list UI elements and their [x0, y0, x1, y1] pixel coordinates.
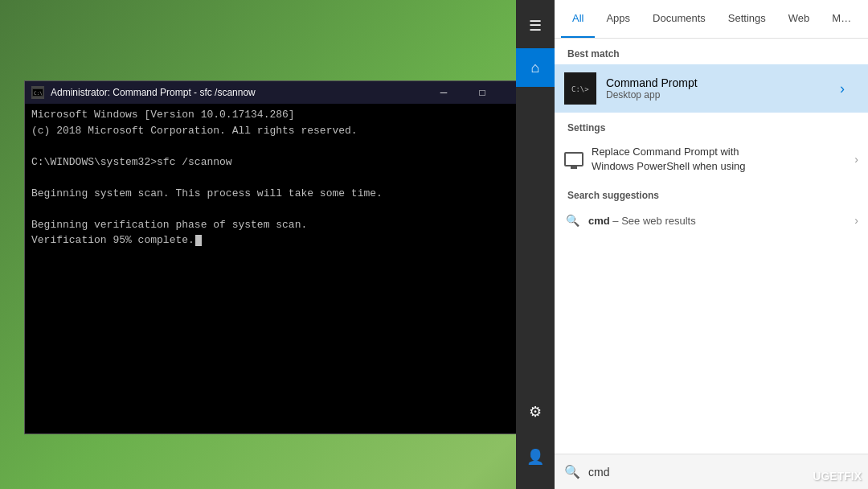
cmd-window: C:\ Administrator: Command Prompt - sfc …: [24, 80, 547, 434]
suggestion-search-icon: 🔍: [564, 212, 580, 228]
best-match-item[interactable]: C:\> Command Prompt Desktop app ›: [555, 64, 868, 113]
cmd-title-text: Administrator: Command Prompt - sfc /sca…: [51, 87, 419, 98]
suggestion-text: cmd – See web results: [588, 215, 846, 227]
cmd-line-2: (c) 2018 Microsoft Corporation. All righ…: [31, 123, 539, 139]
svg-text:C:\: C:\: [34, 90, 43, 96]
tab-more[interactable]: M…: [821, 0, 862, 38]
best-match-title: Command Prompt: [606, 76, 817, 89]
home-icon: ⌂: [531, 60, 540, 76]
svg-text:C:\>: C:\>: [571, 85, 589, 93]
cmd-window-icon: C:\: [31, 86, 44, 99]
best-match-arrow-button[interactable]: ›: [826, 72, 858, 105]
settings-sidebar-button[interactable]: ⚙: [516, 392, 555, 431]
best-match-subtitle: Desktop app: [606, 89, 817, 101]
best-match-label: Best match: [555, 39, 868, 64]
monitor-icon: [564, 152, 583, 166]
gear-icon: ⚙: [529, 403, 542, 421]
tab-all[interactable]: All: [561, 0, 595, 38]
cmd-content: Microsoft Windows [Version 10.0.17134.28…: [25, 104, 546, 252]
settings-item[interactable]: Replace Command Prompt with Windows Powe…: [555, 138, 868, 180]
start-panel: All Apps Documents Settings Web M… Best …: [555, 0, 868, 489]
cmd-minimize-button[interactable]: ─: [425, 81, 462, 104]
hamburger-icon: ☰: [529, 17, 542, 35]
search-suggestions-label: Search suggestions: [555, 180, 868, 206]
sidebar-top: ☰ ⌂: [516, 6, 555, 87]
tab-settings[interactable]: Settings: [717, 0, 777, 38]
suggestion-rest: – See web results: [610, 215, 696, 227]
cmd-line-6: Beginning system scan. This process will…: [31, 186, 539, 202]
best-match-text: Command Prompt Desktop app: [606, 76, 817, 101]
search-bar-icon: 🔍: [564, 464, 580, 479]
cmd-line-5: [31, 170, 539, 186]
cmd-titlebar: C:\ Administrator: Command Prompt - sfc …: [25, 81, 546, 104]
user-button[interactable]: 👤: [516, 438, 555, 476]
settings-section-label: Settings: [555, 113, 868, 138]
tabs-bar: All Apps Documents Settings Web M…: [555, 0, 868, 39]
cmd-maximize-button[interactable]: □: [464, 81, 501, 104]
suggestion-arrow-icon: ›: [854, 214, 858, 227]
cmd-app-icon: C:\>: [569, 80, 592, 97]
home-button[interactable]: ⌂: [516, 48, 555, 87]
main-content: Best match C:\> Command Prompt Desktop a…: [555, 39, 868, 454]
user-icon: 👤: [526, 448, 544, 466]
cmd-line-3: [31, 138, 539, 154]
cmd-line-7: [31, 201, 539, 217]
settings-line2: Windows PowerShell when using: [592, 159, 846, 174]
suggestion-item-cmd[interactable]: 🔍 cmd – See web results ›: [555, 206, 868, 235]
cursor: [195, 235, 202, 246]
cmd-line-1: Microsoft Windows [Version 10.0.17134.28…: [31, 107, 539, 123]
sidebar-strip: ☰ ⌂ ⚙ 👤: [516, 0, 555, 489]
sidebar-bottom: ⚙ 👤: [516, 392, 555, 483]
settings-line1: Replace Command Prompt with: [592, 145, 846, 159]
tab-documents[interactable]: Documents: [641, 0, 717, 38]
watermark: UGETFIX: [813, 470, 862, 483]
settings-text: Replace Command Prompt with Windows Powe…: [592, 145, 846, 174]
settings-arrow-icon: ›: [854, 153, 858, 166]
cmd-line-4: C:\WINDOWS\system32>sfc /scannow: [31, 154, 539, 171]
cmd-line-8: Beginning verification phase of system s…: [31, 217, 539, 233]
tab-apps[interactable]: Apps: [595, 0, 641, 38]
suggestion-bold: cmd: [588, 215, 610, 227]
app-icon-box: C:\>: [564, 72, 596, 105]
cmd-line-9: Verification 95% complete.: [31, 232, 539, 249]
tab-web[interactable]: Web: [777, 0, 821, 38]
hamburger-button[interactable]: ☰: [516, 6, 555, 45]
